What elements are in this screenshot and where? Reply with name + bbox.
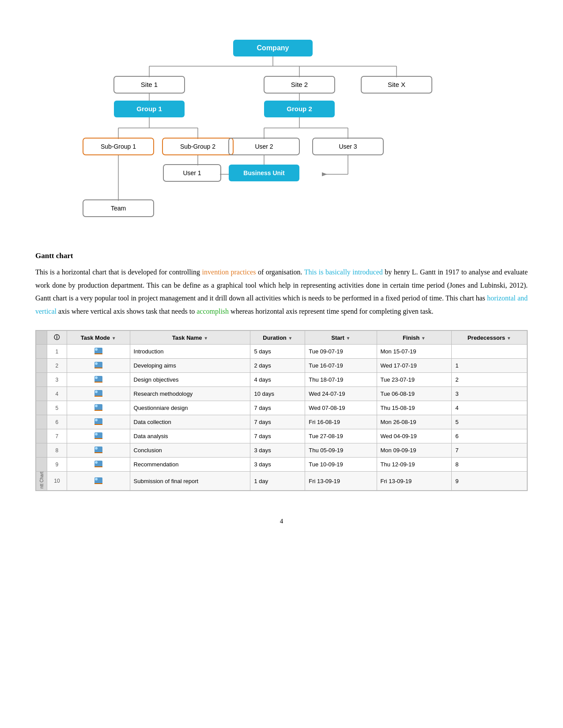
prose-text5: whereas horizontal axis represent time s…	[229, 308, 433, 315]
task-duration: 4 days	[250, 373, 305, 387]
task-mode-icon	[67, 443, 130, 458]
org-chart-svg: Company Site 1 Site 2 Site X Group 1 Gro…	[61, 35, 503, 221]
task-predecessors: 4	[452, 401, 527, 415]
task-duration: 7 days	[250, 401, 305, 415]
th-task-mode[interactable]: Task Mode ▼	[67, 331, 130, 345]
svg-point-58	[95, 390, 98, 393]
row-num: 3	[47, 373, 67, 387]
task-predecessors: 5	[452, 415, 527, 429]
task-predecessors: 9	[452, 472, 527, 490]
prose-text1: This is a horizontal chart that is devel…	[35, 268, 202, 276]
task-name: Data collection	[130, 415, 250, 429]
table-row: 3Design objectives4 daysThu 18-07-19Tue …	[36, 373, 527, 387]
row-num: 6	[47, 415, 67, 429]
task-predecessors: 6	[452, 429, 527, 443]
task-duration: 3 days	[250, 443, 305, 458]
row-num: 4	[47, 387, 67, 401]
svg-point-61	[95, 405, 98, 407]
task-finish: Fri 13-09-19	[377, 472, 452, 490]
task-finish: Tue 23-07-19	[377, 373, 452, 387]
task-start: Wed 07-08-19	[305, 401, 377, 415]
task-duration: 10 days	[250, 387, 305, 401]
task-mode-icon	[67, 359, 130, 373]
task-predecessors: 3	[452, 387, 527, 401]
table-row: 6Data collection7 daysFri 16-08-19Mon 26…	[36, 415, 527, 429]
task-name: Developing aims	[130, 359, 250, 373]
task-start: Wed 24-07-19	[305, 387, 377, 401]
th-task-name[interactable]: Task Name ▼	[130, 331, 250, 345]
svg-text:Sub-Group 2: Sub-Group 2	[180, 143, 215, 150]
table-row: 5Questionniare design7 daysWed 07-08-19T…	[36, 401, 527, 415]
table-row: 9Recommendation3 daysTue 10-09-19Thu 12-…	[36, 458, 527, 472]
svg-point-52	[95, 362, 98, 365]
task-name: Data analysis	[130, 429, 250, 443]
svg-text:Group 2: Group 2	[287, 105, 312, 113]
highlight-invention: invention practices	[202, 268, 256, 276]
svg-point-73	[95, 461, 98, 464]
task-mode-icon	[67, 429, 130, 443]
th-start[interactable]: Start ▼	[305, 331, 377, 345]
table-row: ntt Chart10Submission of final report1 d…	[36, 472, 527, 490]
task-finish: Mon 09-09-19	[377, 443, 452, 458]
task-name: Introduction	[130, 345, 250, 359]
task-start: Tue 09-07-19	[305, 345, 377, 359]
task-start: Tue 27-08-19	[305, 429, 377, 443]
svg-point-70	[95, 447, 98, 450]
org-chart: Company Site 1 Site 2 Site X Group 1 Gro…	[35, 26, 528, 238]
task-mode-icon	[67, 373, 130, 387]
row-num: 5	[47, 401, 67, 415]
task-predecessors	[452, 345, 527, 359]
task-name: Design objectives	[130, 373, 250, 387]
task-finish: Mon 15-07-19	[377, 345, 452, 359]
task-duration: 5 days	[250, 345, 305, 359]
task-duration: 2 days	[250, 359, 305, 373]
page-number: 4	[35, 518, 528, 525]
svg-text:Team: Team	[110, 205, 125, 212]
svg-text:User 3: User 3	[339, 143, 357, 150]
svg-text:User 1: User 1	[183, 169, 201, 176]
task-predecessors: 2	[452, 373, 527, 387]
task-mode-icon	[67, 401, 130, 415]
gantt-table: ⓘ Task Mode ▼ Task Name ▼ Duration ▼ Sta…	[36, 330, 527, 490]
task-start: Fri 13-09-19	[305, 472, 377, 490]
row-num: 1	[47, 345, 67, 359]
table-row: 1Introduction5 daysTue 09-07-19Mon 15-07…	[36, 345, 527, 359]
row-num: 2	[47, 359, 67, 373]
row-num: 9	[47, 458, 67, 472]
task-finish: Wed 17-07-19	[377, 359, 452, 373]
svg-text:Site X: Site X	[387, 81, 405, 88]
task-name: Questionniare design	[130, 401, 250, 415]
row-num: 7	[47, 429, 67, 443]
section-title: Gantt chart	[35, 251, 528, 260]
table-row: 4Research methodology10 daysWed 24-07-19…	[36, 387, 527, 401]
task-mode-icon	[67, 472, 130, 490]
table-row: 8Conclusion3 daysThu 05-09-19Mon 09-09-1…	[36, 443, 527, 458]
task-mode-icon	[67, 387, 130, 401]
svg-point-49	[95, 348, 98, 351]
section-prose: This is a horizontal chart that is devel…	[35, 266, 528, 318]
svg-text:User 2: User 2	[255, 143, 273, 150]
task-predecessors: 8	[452, 458, 527, 472]
svg-text:Group 1: Group 1	[136, 105, 162, 113]
task-mode-icon	[67, 458, 130, 472]
table-row: 7Data analysis7 daysTue 27-08-19Wed 04-0…	[36, 429, 527, 443]
task-start: Thu 18-07-19	[305, 373, 377, 387]
task-finish: Wed 04-09-19	[377, 429, 452, 443]
table-row: 2Developing aims2 daysTue 16-07-19Wed 17…	[36, 359, 527, 373]
th-duration[interactable]: Duration ▼	[250, 331, 305, 345]
task-finish: Tue 06-08-19	[377, 387, 452, 401]
svg-text:Site 1: Site 1	[140, 81, 157, 88]
svg-point-76	[95, 478, 98, 480]
th-info: ⓘ	[47, 331, 67, 345]
task-duration: 3 days	[250, 458, 305, 472]
th-finish[interactable]: Finish ▼	[377, 331, 452, 345]
task-duration: 7 days	[250, 429, 305, 443]
task-name: Submission of final report	[130, 472, 250, 490]
th-sidebar	[36, 331, 47, 345]
task-finish: Thu 12-09-19	[377, 458, 452, 472]
task-finish: Mon 26-08-19	[377, 415, 452, 429]
th-predecessors[interactable]: Predecessors ▼	[452, 331, 527, 345]
task-start: Tue 16-07-19	[305, 359, 377, 373]
svg-text:Sub-Group 1: Sub-Group 1	[100, 143, 136, 150]
task-start: Tue 10-09-19	[305, 458, 377, 472]
